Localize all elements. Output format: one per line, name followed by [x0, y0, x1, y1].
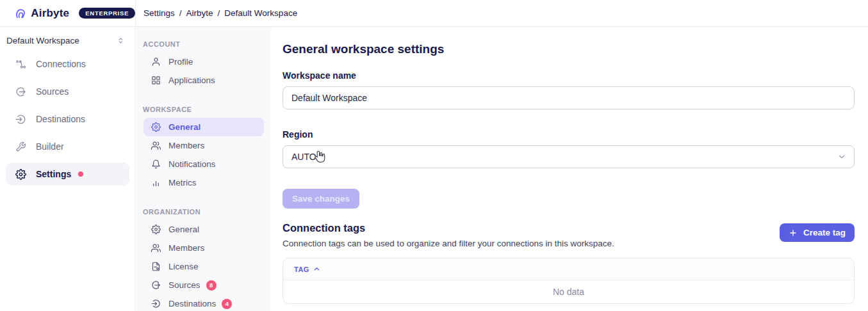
settings-nav-label: License — [168, 262, 199, 271]
workspace-selector-label: Default Workspace — [6, 36, 79, 45]
enterprise-badge: ENTERPRISE — [79, 8, 135, 19]
top-header: Airbyte ENTERPRISE Settings / Airbyte / … — [0, 0, 868, 27]
breadcrumb-default-workspace[interactable]: Default Workspace — [224, 8, 297, 18]
settings-nav-label: Sources — [168, 280, 201, 290]
tag-column-header[interactable]: TAG — [294, 266, 320, 273]
settings-nav-org-sources[interactable]: Sources 8 — [143, 276, 264, 294]
settings-nav-label: Applications — [168, 76, 215, 85]
sidebar-item-sources[interactable]: Sources — [6, 80, 129, 103]
breadcrumb-separator: / — [179, 8, 182, 18]
breadcrumb-airbyte[interactable]: Airbyte — [186, 8, 213, 18]
brand-name: Airbyte — [31, 7, 69, 20]
region-label: Region — [283, 129, 855, 140]
notification-dot — [78, 171, 83, 177]
users-icon — [151, 141, 161, 150]
settings-sidebar: ACCOUNT Profile Applications WORKSPACE G… — [136, 27, 271, 311]
destinations-count-badge: 4 — [222, 299, 232, 309]
settings-nav-metrics[interactable]: Metrics — [143, 173, 264, 192]
breadcrumb-separator: / — [218, 8, 220, 18]
plus-icon — [789, 228, 798, 237]
settings-nav-workspace-members[interactable]: Members — [143, 136, 264, 155]
save-changes-button[interactable]: Save changes — [283, 189, 359, 209]
sort-ascending-icon — [313, 266, 320, 273]
workspace-selector[interactable]: Default Workspace — [0, 32, 135, 48]
main-content: General workspace settings Workspace nam… — [271, 27, 868, 311]
source-icon — [151, 280, 161, 290]
chevron-up-down-icon — [117, 36, 125, 45]
settings-nav-profile[interactable]: Profile — [143, 52, 264, 71]
settings-nav-label: Members — [168, 243, 204, 253]
settings-nav-label: Notifications — [168, 159, 216, 169]
section-title-organization: ORGANIZATION — [136, 207, 271, 216]
sources-count-badge: 8 — [206, 280, 217, 291]
sidebar-item-destinations[interactable]: Destinations — [6, 108, 129, 131]
workspace-name-input[interactable] — [283, 86, 855, 109]
table-empty-state: No data — [283, 280, 854, 303]
settings-nav-license[interactable]: License — [143, 257, 264, 276]
sidebar-item-label: Settings — [36, 169, 71, 179]
bell-icon — [151, 159, 161, 169]
section-title-workspace: WORKSPACE — [136, 105, 271, 114]
sidebar-item-label: Sources — [36, 86, 69, 97]
breadcrumb-settings[interactable]: Settings — [143, 8, 175, 18]
gear-icon — [15, 169, 26, 180]
settings-nav-label: General — [168, 122, 201, 132]
breadcrumb: Settings / Airbyte / Default Workspace — [136, 0, 297, 26]
sidebar-item-label: Connections — [36, 59, 86, 69]
settings-nav-org-general[interactable]: General — [143, 220, 264, 239]
brand-area: Airbyte ENTERPRISE — [0, 0, 136, 26]
chevron-down-icon — [837, 152, 846, 161]
destination-icon — [151, 299, 161, 308]
settings-nav-label: Profile — [168, 57, 193, 67]
settings-nav-label: Members — [168, 141, 204, 150]
gear-icon — [151, 225, 161, 234]
main-sidebar: Default Workspace Connections Sources De… — [0, 27, 136, 311]
page-title: General workspace settings — [283, 42, 855, 56]
license-icon — [151, 262, 161, 271]
sidebar-item-builder[interactable]: Builder — [6, 135, 129, 158]
gear-icon — [151, 122, 161, 132]
settings-nav-label: Destinations — [168, 299, 216, 308]
region-selected-value: AUTO — [291, 152, 316, 162]
settings-nav-applications[interactable]: Applications — [143, 71, 264, 90]
connection-tags-table: TAG No data — [283, 258, 855, 304]
settings-nav-label: General — [168, 225, 199, 234]
connections-icon — [15, 59, 26, 70]
settings-nav-workspace-general[interactable]: General — [143, 118, 264, 136]
grid-icon — [151, 76, 161, 85]
source-icon — [15, 86, 26, 97]
wrench-icon — [15, 141, 26, 152]
table-header-row: TAG — [283, 259, 854, 280]
sidebar-item-connections[interactable]: Connections — [6, 52, 129, 76]
airbyte-logo-icon — [15, 6, 26, 20]
user-icon — [151, 57, 161, 67]
workspace-name-label: Workspace name — [283, 70, 855, 81]
sidebar-item-label: Destinations — [36, 114, 85, 124]
settings-nav-org-members[interactable]: Members — [143, 239, 264, 257]
settings-nav-label: Metrics — [168, 178, 197, 187]
create-tag-button[interactable]: Create tag — [780, 223, 855, 242]
bar-chart-icon — [151, 178, 161, 187]
settings-nav-org-destinations[interactable]: Destinations 4 — [143, 294, 264, 311]
section-title-account: ACCOUNT — [136, 40, 271, 49]
connection-tags-description: Connection tags can be used to organize … — [283, 239, 614, 248]
create-tag-button-label: Create tag — [803, 228, 846, 237]
connection-tags-title: Connection tags — [283, 222, 614, 234]
sidebar-item-label: Builder — [36, 141, 64, 152]
region-select[interactable]: AUTO — [283, 145, 855, 168]
settings-nav-notifications[interactable]: Notifications — [143, 155, 264, 173]
connection-tags-header: Connection tags Connection tags can be u… — [283, 222, 614, 248]
destination-icon — [15, 114, 26, 125]
sidebar-item-settings[interactable]: Settings — [6, 163, 129, 186]
users-icon — [151, 243, 161, 253]
